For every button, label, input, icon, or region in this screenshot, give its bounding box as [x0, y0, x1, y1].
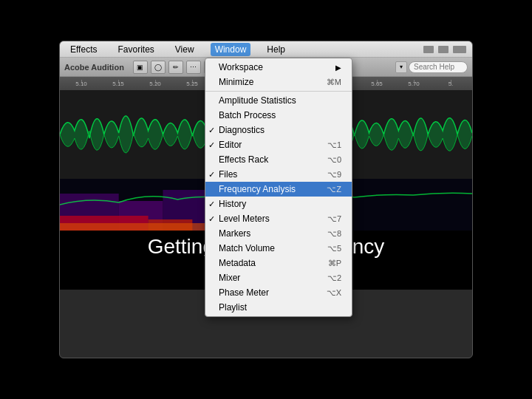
- submenu-arrow: ▶: [335, 64, 341, 72]
- menu-item-workspace[interactable]: Workspace ▶: [205, 60, 352, 75]
- search-input[interactable]: [409, 61, 468, 73]
- menu-window[interactable]: Window: [211, 43, 251, 56]
- menu-label-history: History: [219, 199, 246, 209]
- shortcut-markers: ⌥8: [327, 229, 341, 239]
- dropdown-content: Workspace ▶ Minimize ⌘M Amplitude Statis…: [205, 58, 352, 317]
- search-dropdown[interactable]: ▾: [395, 61, 407, 73]
- shortcut-mixer: ⌥2: [327, 273, 341, 283]
- lasso-tool[interactable]: ◯: [151, 61, 166, 74]
- shortcut-metadata: ⌘P: [328, 259, 341, 268]
- check-diagnostics: ✓: [208, 126, 215, 135]
- menu-item-phase-meter[interactable]: Phase Meter ⌥X: [205, 285, 352, 300]
- menu-item-batch[interactable]: Batch Process: [205, 108, 352, 123]
- menu-item-diagnostics[interactable]: ✓ Diagnostics: [205, 123, 352, 137]
- menu-bar-right: [423, 46, 466, 53]
- svg-rect-7: [60, 223, 207, 231]
- menu-label-markers: Markers: [219, 228, 250, 239]
- check-level-meters: ✓: [208, 214, 215, 224]
- shortcut-phase-meter: ⌥X: [327, 288, 341, 298]
- select-tool[interactable]: ▣: [133, 61, 148, 74]
- search-box: ▾: [395, 61, 468, 73]
- menu-item-amplitude[interactable]: Amplitude Statistics: [205, 93, 352, 108]
- menu-bar: Effects Favorites View Window Help: [60, 41, 472, 58]
- menu-label-minimize: Minimize: [219, 77, 253, 87]
- menu-item-frequency[interactable]: Frequency Analysis ⌥Z: [205, 182, 352, 197]
- window-control-icon2: [438, 46, 449, 53]
- shortcut-match-volume: ⌥5: [327, 244, 341, 253]
- menu-effects[interactable]: Effects: [66, 43, 101, 56]
- ruler-mark-9: 5.: [432, 81, 469, 87]
- menu-item-history[interactable]: ✓ History: [205, 197, 352, 211]
- menu-label-batch: Batch Process: [219, 110, 276, 120]
- ruler-mark-3: 5.20: [137, 81, 174, 87]
- menu-item-effects-rack[interactable]: Effects Rack ⌥0: [205, 152, 352, 167]
- menu-label-phase-meter: Phase Meter: [219, 287, 269, 298]
- shortcut-files: ⌥9: [327, 170, 341, 180]
- menu-label-metadata: Metadata: [219, 258, 256, 268]
- ruler-mark-8: 5.70: [395, 81, 432, 87]
- menu-label-mixer: Mixer: [219, 273, 240, 283]
- menu-favorites[interactable]: Favorites: [113, 43, 158, 56]
- menu-label-workspace: Workspace: [219, 62, 263, 72]
- shortcut-frequency: ⌥Z: [327, 185, 341, 194]
- ruler-mark-1: 5.10: [63, 81, 100, 87]
- app-window: Effects Favorites View Window Help Acobe…: [59, 41, 473, 358]
- pencil-tool[interactable]: ✏: [168, 61, 183, 74]
- check-editor: ✓: [208, 140, 215, 150]
- menu-label-amplitude: Amplitude Statistics: [219, 95, 296, 106]
- menu-label-diagnostics: Diagnostics: [219, 125, 265, 135]
- shortcut-editor: ⌥1: [327, 140, 341, 150]
- app-title: Acobe Audition: [64, 63, 124, 72]
- menu-item-markers[interactable]: Markers ⌥8: [205, 226, 352, 241]
- menu-label-match-volume: Match Volume: [219, 243, 275, 253]
- menu-label-editor: Editor: [219, 140, 242, 150]
- menu-item-level-meters[interactable]: ✓ Level Meters ⌥7: [205, 211, 352, 226]
- ruler-mark-7: 5.65: [358, 81, 395, 87]
- menu-item-files[interactable]: ✓ Files ⌥9: [205, 167, 352, 182]
- menu-divider-1: [205, 91, 352, 92]
- menu-item-match-volume[interactable]: Match Volume ⌥5: [205, 241, 352, 256]
- menu-label-files: Files: [219, 169, 237, 180]
- check-files: ✓: [208, 170, 215, 180]
- menu-item-minimize[interactable]: Minimize ⌘M: [205, 75, 352, 89]
- brush-tool[interactable]: ⋯: [186, 61, 201, 74]
- menu-label-level-meters: Level Meters: [219, 214, 270, 224]
- shortcut-minimize: ⌘M: [327, 78, 341, 87]
- shortcut-effects-rack: ⌥0: [327, 155, 341, 165]
- window-control-icon3: [453, 46, 466, 53]
- ruler-mark-2: 5.15: [100, 81, 137, 87]
- menu-label-playlist: Playlist: [219, 302, 247, 313]
- menu-item-playlist[interactable]: Playlist: [205, 300, 352, 315]
- menu-item-metadata[interactable]: Metadata ⌘P: [205, 256, 352, 270]
- shortcut-level-meters: ⌥7: [327, 214, 341, 224]
- menu-label-effects-rack: Effects Rack: [219, 154, 268, 165]
- menu-label-frequency: Frequency Analysis: [219, 184, 296, 194]
- menu-item-editor[interactable]: ✓ Editor ⌥1: [205, 137, 352, 152]
- menu-help[interactable]: Help: [262, 43, 290, 56]
- menu-item-mixer[interactable]: Mixer ⌥2: [205, 270, 352, 285]
- window-control-icon: [423, 46, 434, 53]
- menu-view[interactable]: View: [171, 43, 199, 56]
- check-history: ✓: [208, 200, 215, 209]
